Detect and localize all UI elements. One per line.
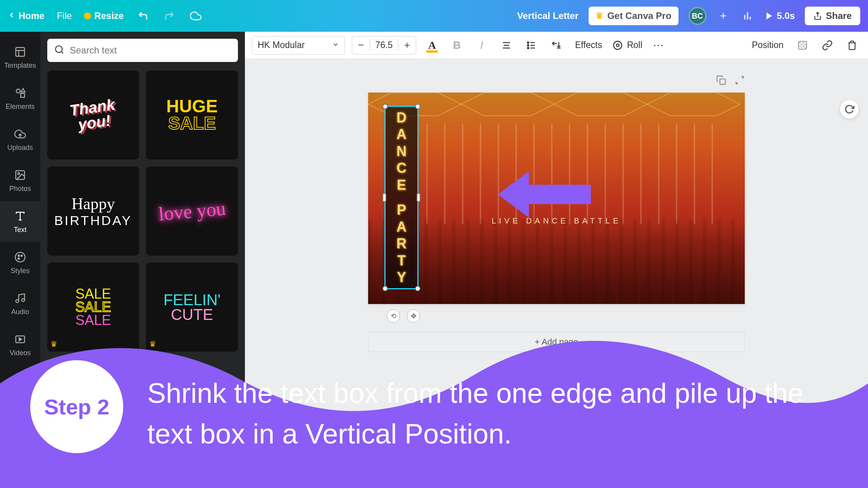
crown-icon: ♛ [596, 11, 603, 21]
resize-button[interactable]: Resize [84, 10, 124, 21]
svg-point-17 [21, 255, 22, 256]
font-selector[interactable]: HK Modular [252, 36, 345, 55]
share-button[interactable]: Share [805, 7, 860, 25]
duplicate-page-icon[interactable] [716, 75, 726, 88]
document-title[interactable]: Vertical Letter [517, 10, 579, 21]
home-label: Home [19, 10, 45, 21]
cloud-sync-icon[interactable] [189, 9, 203, 23]
rail-videos[interactable]: Videos [0, 325, 40, 365]
svg-point-15 [16, 252, 25, 262]
rail-photos-label: Photos [9, 185, 31, 193]
premium-badge-icon: ♛ [50, 339, 57, 349]
rotate-handle[interactable]: ⟲ [387, 309, 400, 323]
font-size-increase[interactable]: + [398, 39, 416, 51]
present-button[interactable]: 5.0s [765, 10, 795, 21]
duration-label: 5.0s [777, 10, 795, 21]
premium-badge-icon: ♛ [149, 339, 156, 349]
bold-button[interactable]: B [448, 36, 466, 54]
svg-point-39 [616, 44, 619, 46]
rail-templates[interactable]: Templates [0, 37, 40, 77]
template-thank-you[interactable]: Thankyou! [47, 70, 139, 160]
resize-handle-ml[interactable] [382, 193, 386, 202]
resize-handle-tr[interactable] [415, 104, 420, 109]
svg-rect-5 [16, 47, 25, 56]
svg-point-12 [18, 172, 20, 174]
resize-handle-br[interactable] [415, 286, 420, 291]
delete-button[interactable] [843, 36, 861, 54]
alignment-button[interactable] [498, 36, 515, 54]
transparency-button[interactable] [794, 36, 811, 54]
insights-button[interactable] [741, 9, 754, 23]
font-size-decrease[interactable]: − [352, 39, 370, 51]
get-pro-button[interactable]: ♛ Get Canva Pro [589, 7, 678, 25]
text-icon [14, 210, 27, 223]
template-happy-birthday[interactable]: HappyBIRTHDAY [47, 167, 139, 256]
annotation-arrow-icon [494, 167, 595, 222]
redo-button[interactable] [162, 9, 176, 23]
italic-button[interactable]: I [473, 36, 491, 54]
chevron-down-icon [332, 40, 339, 50]
svg-point-19 [16, 299, 19, 302]
text-color-button[interactable]: A [423, 36, 441, 54]
rail-photos[interactable]: Photos [0, 160, 40, 201]
svg-rect-9 [21, 93, 24, 97]
more-button[interactable]: ⋯ [649, 36, 667, 54]
position-button[interactable]: Position [749, 40, 787, 50]
template-huge-sale[interactable]: HUGESALE [146, 70, 238, 160]
rail-elements[interactable]: Elements [0, 78, 40, 119]
topnav-right: Vertical Letter ♛ Get Canva Pro BC + 5.0… [517, 7, 860, 25]
animate-label: Roll [627, 40, 642, 50]
svg-marker-3 [766, 12, 772, 19]
chevron-left-icon [8, 10, 16, 21]
rail-videos-label: Videos [10, 349, 31, 357]
resize-handle-tl[interactable] [382, 104, 388, 109]
svg-marker-10 [21, 88, 25, 92]
spacing-button[interactable] [547, 36, 565, 54]
step-instruction: Shrink the text box from the one edge an… [147, 373, 845, 454]
svg-point-8 [16, 89, 20, 93]
resize-handle-mr[interactable] [417, 193, 420, 202]
template-feelin-cute[interactable]: FEELIN'CUTE ♛ [146, 263, 238, 352]
resize-handle-bl[interactable] [382, 286, 388, 291]
rail-styles[interactable]: Styles [0, 242, 40, 283]
template-sale-triple[interactable]: SALESALESALE ♛ [47, 263, 139, 352]
effects-button[interactable]: Effects [572, 40, 605, 50]
rail-audio[interactable]: Audio [0, 284, 40, 324]
floating-element-controls: ⟲ ✥ [387, 309, 745, 323]
user-avatar[interactable]: BC [689, 7, 706, 25]
file-menu[interactable]: File [57, 10, 72, 21]
rail-styles-label: Styles [10, 267, 29, 275]
selected-text-box[interactable]: D A N C E P A R T Y [384, 106, 418, 289]
list-button[interactable] [522, 36, 540, 54]
expand-page-icon[interactable] [735, 75, 745, 88]
link-button[interactable] [818, 36, 836, 54]
svg-point-23 [55, 46, 62, 52]
resize-label: Resize [94, 10, 124, 21]
share-label: Share [826, 10, 852, 21]
rail-text-label: Text [14, 226, 26, 234]
template-love-you[interactable]: love you [146, 167, 238, 256]
font-name-label: HK Modular [258, 40, 305, 50]
add-page-button[interactable]: + Add page [368, 332, 745, 352]
home-button[interactable]: Home [8, 10, 45, 21]
resize-icon [84, 12, 91, 19]
rail-text[interactable]: Text [0, 201, 40, 242]
videos-icon [14, 333, 27, 346]
svg-point-30 [527, 45, 529, 46]
search-input[interactable] [70, 45, 231, 56]
step-label: Step 2 [44, 394, 109, 419]
rail-uploads[interactable]: Uploads [0, 119, 40, 160]
svg-marker-44 [498, 171, 591, 218]
font-size-value[interactable]: 76.5 [370, 40, 398, 50]
rail-audio-label: Audio [11, 308, 29, 316]
move-handle[interactable]: ✥ [407, 309, 420, 323]
svg-point-20 [22, 299, 25, 302]
search-bar[interactable] [47, 39, 238, 62]
animate-button[interactable]: Roll [612, 40, 642, 51]
svg-line-24 [61, 52, 63, 53]
undo-button[interactable] [136, 9, 150, 23]
rail-uploads-label: Uploads [7, 144, 33, 152]
photos-icon [14, 168, 27, 182]
add-member-button[interactable]: + [716, 9, 730, 23]
regenerate-button[interactable] [840, 100, 859, 119]
